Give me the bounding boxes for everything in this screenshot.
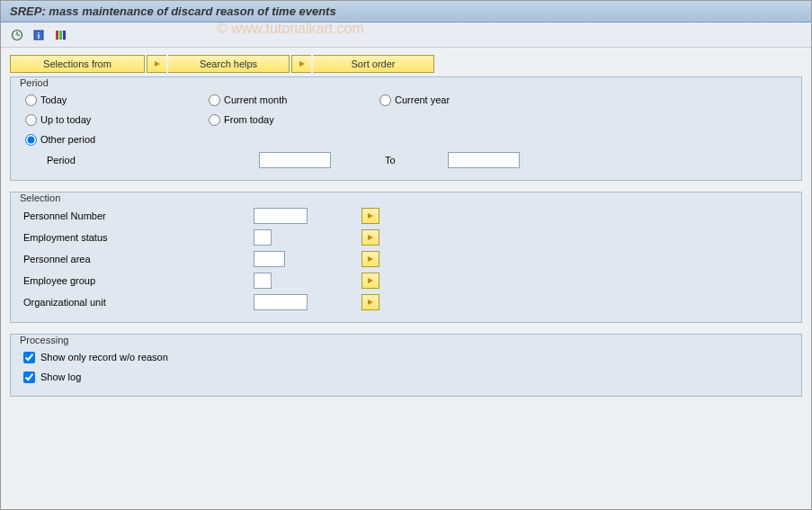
period-group: Period Today Current month Current year … [10, 76, 802, 181]
row-organizational-unit: Organizational unit [20, 291, 792, 313]
multi-organizational-unit[interactable] [361, 294, 379, 310]
multi-personnel-number[interactable] [361, 208, 379, 224]
window-title: SREP: mass maintenance of discard reason… [1, 1, 811, 22]
svg-rect-6 [59, 31, 62, 40]
period-from-label: Period [47, 155, 259, 166]
row-employee-group: Employee group [20, 270, 792, 291]
search-helps-arrow[interactable] [147, 55, 166, 73]
label-personnel-number: Personnel Number [20, 210, 254, 221]
svg-rect-5 [56, 31, 58, 40]
radio-today[interactable]: Today [20, 94, 209, 106]
period-to-label: To [385, 155, 448, 166]
search-helps-button[interactable]: Search helps [168, 55, 290, 73]
period-to-input[interactable] [448, 152, 520, 168]
label-employment-status: Employment status [20, 232, 254, 243]
input-personnel-number[interactable] [254, 208, 308, 224]
selections-from-label: Selections from [43, 58, 112, 69]
multi-employee-group[interactable] [361, 273, 379, 289]
sort-order-label: Sort order [352, 58, 396, 69]
label-organizational-unit: Organizational unit [20, 297, 254, 308]
processing-legend: Processing [16, 335, 72, 347]
variant-icon[interactable] [51, 26, 69, 44]
chk-show-only[interactable]: Show only record w/o reason [20, 347, 792, 367]
selections-from-button[interactable]: Selections from [10, 55, 145, 73]
radio-from-today[interactable]: From today [209, 114, 274, 126]
icon-toolbar: i [1, 22, 811, 48]
selection-group: Selection Personnel Number Employment st… [10, 192, 802, 323]
processing-group: Processing Show only record w/o reason S… [10, 334, 802, 397]
execute-icon[interactable] [8, 26, 26, 44]
svg-rect-7 [63, 31, 66, 40]
svg-text:i: i [38, 31, 40, 40]
info-icon[interactable]: i [30, 26, 48, 44]
label-personnel-area: Personnel area [20, 254, 254, 264]
multi-employment-status[interactable] [361, 229, 379, 246]
radio-current-year[interactable]: Current year [379, 94, 450, 106]
sort-order-button[interactable]: Sort order [313, 55, 434, 73]
input-organizational-unit[interactable] [254, 294, 308, 310]
period-from-input[interactable] [259, 152, 331, 168]
input-personnel-area[interactable] [254, 251, 285, 267]
radio-current-month[interactable]: Current month [209, 94, 379, 106]
multi-personnel-area[interactable] [361, 251, 379, 267]
label-employee-group: Employee group [20, 275, 254, 286]
title-text: SREP: mass maintenance of discard reason… [10, 4, 336, 18]
input-employee-group[interactable] [254, 273, 272, 289]
period-legend: Period [16, 77, 52, 90]
sort-order-arrow[interactable] [291, 55, 311, 73]
input-employment-status[interactable] [254, 229, 272, 246]
radio-other-period[interactable]: Other period [20, 134, 209, 146]
search-helps-label: Search helps [200, 58, 257, 69]
row-personnel-area: Personnel area [20, 248, 792, 270]
radio-up-to-today[interactable]: Up to today [20, 114, 209, 126]
selection-legend: Selection [16, 192, 64, 205]
action-button-row: Selections from Search helps Sort order [10, 55, 802, 73]
row-employment-status: Employment status [20, 227, 792, 248]
chk-show-log[interactable]: Show log [20, 367, 792, 387]
row-personnel-number: Personnel Number [20, 205, 792, 227]
